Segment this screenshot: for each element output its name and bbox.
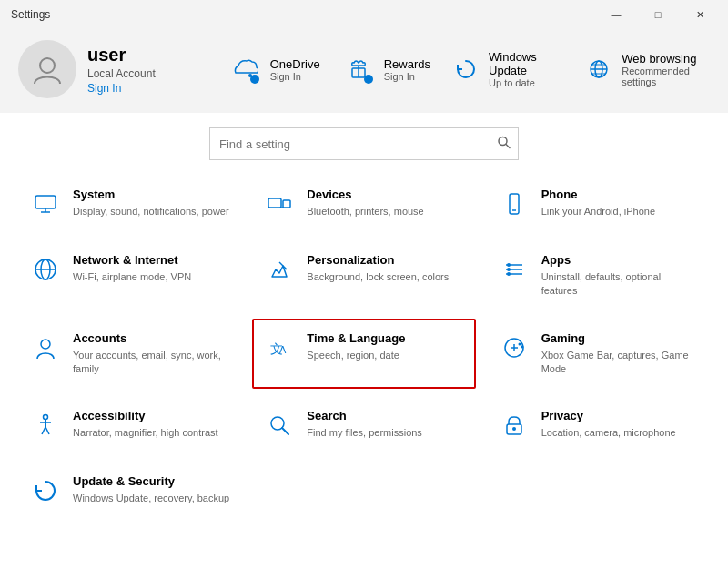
accounts-desc: Your accounts, email, sync, work, family [73,349,230,377]
phone-text: Phone Link your Android, iPhone [541,188,655,218]
rewards-icon [342,53,375,86]
setting-gaming[interactable]: Gaming Xbox Game Bar, captures, Game Mod… [487,319,710,390]
maximize-button[interactable]: □ [637,0,679,29]
apps-icon [498,253,531,286]
accessibility-title: Accessibility [73,409,218,424]
accessibility-desc: Narrator, magnifier, high contrast [73,426,218,440]
time-language-desc: Speech, region, date [307,349,405,362]
rewards-text: Rewards Sign In [384,57,430,82]
search-input[interactable] [209,127,519,160]
phone-title: Phone [541,188,655,203]
header: user Local Account Sign In OneDrive Sign… [0,29,728,113]
gaming-desc: Xbox Game Bar, captures, Game Mode [541,349,699,377]
update-security-desc: Windows Update, recovery, backup [73,492,229,505]
search-setting-icon [263,409,296,442]
phone-icon [498,188,531,220]
search-text: Search Find my files, permissions [307,409,422,440]
svg-point-0 [40,58,55,73]
privacy-text: Privacy Location, camera, microphone [541,409,676,440]
update-security-title: Update & Security [73,474,229,490]
web-browsing-link[interactable]: Web browsing Recommended settings [585,50,710,88]
svg-rect-11 [35,196,56,208]
user-signin-link[interactable]: Sign In [87,82,156,95]
setting-system[interactable]: System Display, sound, notifications, po… [18,175,241,233]
title-bar: Settings — □ ✕ [0,0,728,29]
svg-point-27 [507,268,511,271]
onedrive-link[interactable]: OneDrive Sign In [228,50,320,88]
windows-update-icon [452,53,480,86]
system-icon [29,188,62,220]
close-button[interactable]: ✕ [679,0,721,29]
svg-point-35 [518,342,521,345]
avatar [18,40,76,98]
user-section: user Local Account Sign In [18,40,156,98]
windows-update-title: Windows Update [489,50,563,77]
svg-point-28 [507,272,511,276]
user-account-type: Local Account [87,67,156,80]
onedrive-icon [228,53,261,86]
setting-personalization[interactable]: Personalization Background, lock screen,… [252,240,475,311]
window-title: Settings [11,8,50,21]
windows-update-subtitle: Up to date [489,77,563,88]
onedrive-text: OneDrive Sign In [270,57,320,82]
web-browsing-icon [585,53,612,86]
svg-line-10 [506,145,510,148]
search-bar [209,127,519,160]
rewards-link[interactable]: Rewards Sign In [342,50,430,88]
header-links: OneDrive Sign In Rewards Sign In [228,50,710,88]
apps-desc: Uninstall, defaults, optional features [541,270,699,299]
setting-update-security[interactable]: Update & Security Windows Update, recove… [18,462,241,520]
setting-accessibility[interactable]: Accessibility Narrator, magnifier, high … [18,396,241,454]
accessibility-text: Accessibility Narrator, magnifier, high … [73,409,218,440]
web-browsing-title: Web browsing [622,52,710,66]
system-desc: Display, sound, notifications, power [73,205,229,218]
svg-point-37 [44,415,48,420]
devices-text: Devices Bluetooth, printers, mouse [307,188,423,218]
user-name: user [87,45,156,66]
devices-desc: Bluetooth, printers, mouse [307,205,423,218]
personalization-desc: Background, lock screen, colors [307,270,449,284]
setting-search[interactable]: Search Find my files, permissions [252,396,475,454]
setting-phone[interactable]: Phone Link your Android, iPhone [487,175,710,233]
web-browsing-subtitle: Recommended settings [622,66,710,87]
onedrive-title: OneDrive [270,57,320,71]
search-desc: Find my files, permissions [307,426,422,440]
setting-accounts[interactable]: Accounts Your accounts, email, sync, wor… [18,319,241,390]
gaming-title: Gaming [541,331,699,347]
rewards-title: Rewards [384,57,430,71]
gaming-icon [498,331,531,364]
svg-point-29 [41,340,50,349]
onedrive-subtitle: Sign In [270,71,320,82]
apps-text: Apps Uninstall, defaults, optional featu… [541,253,699,299]
setting-privacy[interactable]: Privacy Location, camera, microphone [487,396,710,454]
network-text: Network & Internet Wi-Fi, airplane mode,… [73,253,191,284]
svg-line-22 [279,262,287,269]
system-title: System [73,188,229,203]
network-title: Network & Internet [73,253,191,269]
search-button[interactable] [497,136,511,153]
privacy-title: Privacy [541,409,676,424]
setting-network[interactable]: Network & Internet Wi-Fi, airplane mode,… [18,240,241,311]
setting-apps[interactable]: Apps Uninstall, defaults, optional featu… [487,240,710,311]
devices-icon [263,188,296,220]
personalization-icon [263,253,296,286]
apps-title: Apps [541,253,699,269]
svg-point-26 [507,263,511,267]
update-security-icon [29,474,62,507]
system-text: System Display, sound, notifications, po… [73,188,229,218]
update-security-text: Update & Security Windows Update, recove… [73,474,229,505]
windows-update-link[interactable]: Windows Update Up to date [452,50,563,88]
user-info: user Local Account Sign In [87,45,156,95]
svg-line-41 [282,428,288,434]
settings-grid: System Display, sound, notifications, po… [18,175,710,520]
gaming-text: Gaming Xbox Game Bar, captures, Game Mod… [541,331,699,377]
svg-point-36 [521,345,523,348]
accounts-title: Accounts [73,331,230,347]
setting-time-language[interactable]: 文 A Time & Language Speech, region, date [252,319,475,390]
setting-devices[interactable]: Devices Bluetooth, printers, mouse [252,175,475,233]
web-browsing-text: Web browsing Recommended settings [622,52,710,87]
personalization-title: Personalization [307,253,449,269]
time-language-title: Time & Language [307,331,405,347]
minimize-button[interactable]: — [595,0,637,29]
svg-rect-14 [268,198,281,208]
